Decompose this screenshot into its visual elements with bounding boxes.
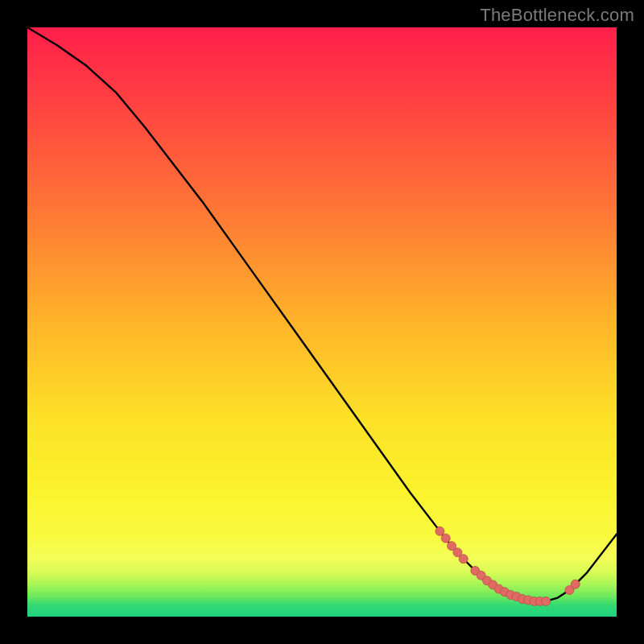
chart-marker [542,597,551,605]
chart-frame: TheBottleneck.com [0,0,644,644]
chart-marker [436,526,444,535]
chart-curve [27,27,617,601]
chart-svg [27,27,617,617]
chart-markers [436,526,580,605]
watermark-text: TheBottleneck.com [480,5,634,26]
chart-marker [441,534,450,543]
chart-marker [459,555,468,564]
chart-marker [571,580,580,588]
chart-plot-area [27,27,617,617]
